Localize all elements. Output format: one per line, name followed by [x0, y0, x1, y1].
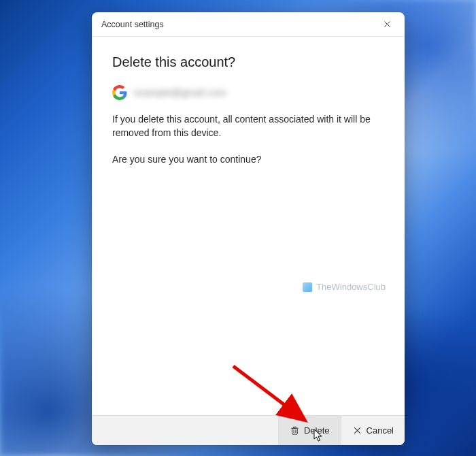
cancel-button-label: Cancel [367, 425, 394, 436]
window-title: Account settings [101, 20, 379, 29]
delete-button[interactable]: Delete [278, 416, 341, 445]
trash-icon [290, 425, 300, 436]
close-icon [383, 20, 392, 29]
watermark: TheWindowsClub [303, 282, 386, 292]
delete-account-dialog: Account settings Delete this account? ex… [92, 12, 405, 445]
google-logo-icon [112, 85, 127, 100]
delete-button-label: Delete [304, 425, 330, 436]
x-icon [352, 425, 362, 436]
cancel-button[interactable]: Cancel [341, 416, 405, 445]
dialog-content: Delete this account? example@gmail.com I… [92, 37, 405, 415]
account-row: example@gmail.com [112, 85, 384, 100]
dialog-footer: Delete Cancel [92, 415, 405, 445]
window-close-button[interactable] [379, 16, 395, 33]
watermark-text: TheWindowsClub [316, 282, 386, 292]
account-email: example@gmail.com [134, 87, 226, 98]
dialog-heading: Delete this account? [112, 54, 384, 70]
titlebar: Account settings [92, 12, 405, 37]
warning-text: If you delete this account, all content … [112, 112, 384, 140]
confirm-text: Are you sure you want to continue? [112, 152, 384, 166]
watermark-logo-icon [303, 282, 312, 292]
